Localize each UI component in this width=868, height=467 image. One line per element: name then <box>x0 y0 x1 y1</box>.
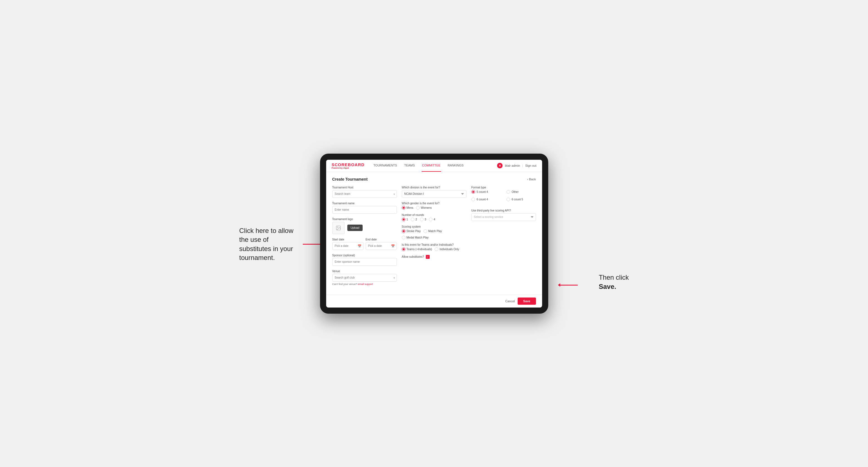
substitutes-item: Allow substitutes? <box>402 255 466 259</box>
event-teams-radio[interactable] <box>402 247 405 251</box>
start-date-wrap: 📅 <box>332 242 364 250</box>
format-label: Format type <box>471 186 536 189</box>
nav-bar: SCOREBOARD Powered by clippd TOURNAMENTS… <box>326 160 542 172</box>
form-body: Tournament Host ▾ Tournament name Tourna <box>332 186 536 289</box>
venue-label: Venue <box>332 270 397 273</box>
right-arrow-head <box>558 283 560 287</box>
sponsor-label: Sponsor (optional) <box>332 254 397 257</box>
tablet-frame: SCOREBOARD Powered by clippd TOURNAMENTS… <box>320 154 548 314</box>
logo-upload-area: Upload <box>332 222 397 234</box>
logo-scoreboard: SCOREBOARD <box>332 162 365 167</box>
annotation-left: Click here to allow the use of substitut… <box>239 226 301 262</box>
back-button[interactable]: Back <box>527 178 536 181</box>
format-options-grid: 5 count 4 Other 6 count 4 <box>471 190 536 204</box>
venue-input[interactable] <box>332 274 397 282</box>
gender-mens-radio[interactable] <box>402 206 405 210</box>
scoring-stroke-radio[interactable] <box>402 229 405 233</box>
gender-group: Which gender is the event for? Mens Wome… <box>402 202 466 210</box>
gender-label: Which gender is the event for? <box>402 202 466 205</box>
gender-womens-radio[interactable] <box>416 206 420 210</box>
division-group: Which division is the event for? NCAA Di… <box>402 186 466 198</box>
save-button[interactable]: Save <box>518 298 536 305</box>
scoring-medal[interactable]: Medal Match Play <box>402 236 429 239</box>
form-footer: Cancel Save <box>326 294 542 308</box>
event-individuals[interactable]: Individuals Only <box>435 247 459 251</box>
division-select[interactable]: NCAA Division I <box>402 190 466 198</box>
image-icon <box>336 225 341 231</box>
page-header: Create Tournament Back <box>332 177 536 182</box>
nav-right: B blair admin | Sign out <box>497 163 536 168</box>
rounds-4-radio[interactable] <box>429 218 432 221</box>
scoring-radio-group: Stroke Play Match Play Medal Match Play <box>402 229 466 239</box>
tournament-host-input[interactable] <box>332 190 397 198</box>
format-6count5-radio[interactable] <box>506 197 510 201</box>
logo-area: SCOREBOARD Powered by clippd <box>332 162 365 169</box>
gender-mens[interactable]: Mens <box>402 206 413 210</box>
tablet-screen: SCOREBOARD Powered by clippd TOURNAMENTS… <box>326 160 542 308</box>
event-teams[interactable]: Teams (+Individuals) <box>402 247 432 251</box>
venue-email-link[interactable]: email support <box>358 283 373 285</box>
format-6count5[interactable]: 6 count 5 <box>506 197 536 201</box>
cancel-button[interactable]: Cancel <box>505 300 515 303</box>
scoring-match-radio[interactable] <box>424 229 427 233</box>
tournament-host-group: Tournament Host ▾ <box>332 186 397 198</box>
event-individuals-radio[interactable] <box>435 247 438 251</box>
end-date-wrap: 📅 <box>366 242 397 250</box>
format-5count4-radio[interactable] <box>471 190 475 194</box>
user-avatar: B <box>497 163 503 168</box>
substitutes-group: Allow substitutes? <box>402 255 466 259</box>
rounds-2-radio[interactable] <box>411 218 414 221</box>
date-group: Start date 📅 End date <box>332 238 397 250</box>
form-col-2: Which division is the event for? NCAA Di… <box>402 186 466 289</box>
format-other[interactable]: Other <box>506 190 536 194</box>
substitutes-label: Allow substitutes? <box>402 255 424 258</box>
end-date-icon: 📅 <box>391 244 395 248</box>
date-row: Start date 📅 End date <box>332 238 397 250</box>
scoring-stroke[interactable]: Stroke Play <box>402 229 421 233</box>
tournament-host-label: Tournament Host <box>332 186 397 189</box>
rounds-3[interactable]: 3 <box>420 218 426 221</box>
scoring-system-group: Scoring system Stroke Play Match Play <box>402 225 466 239</box>
format-5count4[interactable]: 5 count 4 <box>471 190 501 194</box>
tournament-name-label: Tournament name <box>332 202 397 205</box>
division-label: Which division is the event for? <box>402 186 466 189</box>
rounds-4[interactable]: 4 <box>429 218 435 221</box>
svg-point-1 <box>337 226 338 227</box>
page-title: Create Tournament <box>332 177 368 182</box>
scoring-service-select[interactable]: Select a scoring service <box>471 213 536 221</box>
gender-womens[interactable]: Womens <box>416 206 432 210</box>
tournament-name-group: Tournament name <box>332 202 397 214</box>
tournament-name-input[interactable] <box>332 206 397 214</box>
format-6count4[interactable]: 6 count 4 <box>471 197 501 201</box>
tournament-logo-group: Tournament logo Upload <box>332 218 397 234</box>
sponsor-group: Sponsor (optional) <box>332 254 397 266</box>
upload-button[interactable]: Upload <box>347 225 363 231</box>
rounds-3-radio[interactable] <box>420 218 424 221</box>
rounds-1-radio[interactable] <box>402 218 405 221</box>
nav-rankings[interactable]: RANKINGS <box>447 160 464 172</box>
format-other-radio[interactable] <box>506 190 510 194</box>
scoring-api-label: Use third-party live scoring API? <box>471 209 536 212</box>
sponsor-input[interactable] <box>332 258 397 266</box>
nav-tournaments[interactable]: TOURNAMENTS <box>373 160 398 172</box>
nav-teams[interactable]: TEAMS <box>404 160 415 172</box>
substitutes-checkbox[interactable] <box>426 255 430 259</box>
scoring-match[interactable]: Match Play <box>424 229 442 233</box>
scoring-medal-radio[interactable] <box>402 236 405 239</box>
form-col-1: Tournament Host ▾ Tournament name Tourna <box>332 186 397 289</box>
rounds-2[interactable]: 2 <box>411 218 417 221</box>
annotation-right: Then click Save. <box>599 273 629 291</box>
rounds-group: Number of rounds 1 2 <box>402 214 466 221</box>
rounds-label: Number of rounds <box>402 214 466 217</box>
format-6count4-radio[interactable] <box>471 197 475 201</box>
scoring-api-group: Use third-party live scoring API? Select… <box>471 209 536 221</box>
sign-out-link[interactable]: Sign out <box>525 164 536 167</box>
rounds-1[interactable]: 1 <box>402 218 408 221</box>
nav-links: TOURNAMENTS TEAMS COMMITTEE RANKINGS <box>373 160 497 172</box>
tournament-logo-label: Tournament logo <box>332 218 397 221</box>
host-dropdown-icon: ▾ <box>394 192 395 195</box>
content-area: Create Tournament Back Tournament Host ▾ <box>326 172 542 294</box>
nav-committee[interactable]: COMMITTEE <box>422 160 441 172</box>
logo-placeholder <box>332 222 344 234</box>
end-date-label: End date <box>366 238 397 241</box>
